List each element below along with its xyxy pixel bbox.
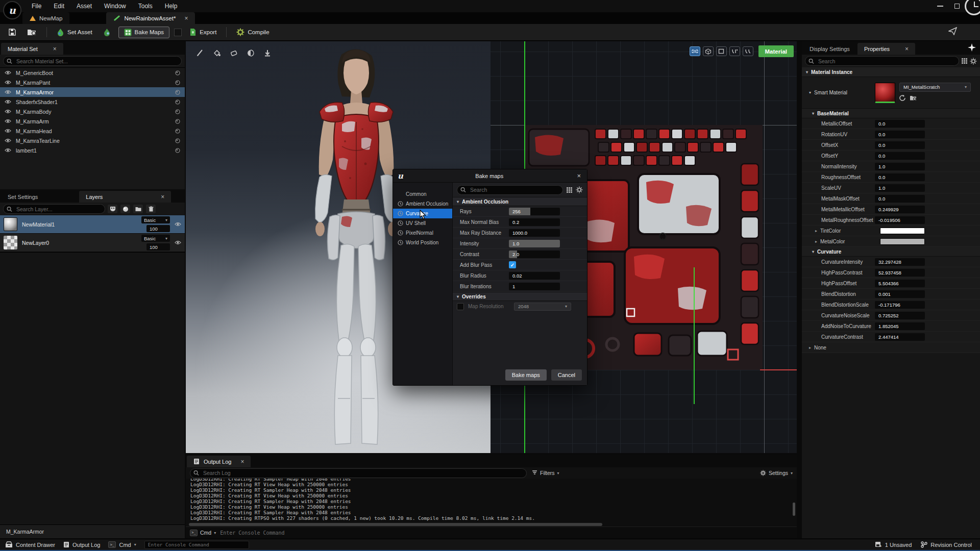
close-tab-icon[interactable]: ×: [900, 45, 909, 53]
property-value-field[interactable]: 1.852045: [875, 322, 925, 330]
property-group-none[interactable]: ▸None: [802, 342, 980, 353]
mask-icon[interactable]: [107, 204, 118, 214]
grid-view-icon[interactable]: [961, 58, 968, 64]
section-overrides[interactable]: ▾Overrides: [453, 292, 587, 301]
use-selected-icon[interactable]: [899, 94, 906, 103]
map-resolution-dropdown[interactable]: 2048▾: [514, 303, 571, 311]
bake-field-input[interactable]: 2.0: [509, 251, 560, 258]
brush-icon[interactable]: [194, 47, 206, 59]
properties-scroll-area[interactable]: ▾Material Instance ▾Smart Material MI_Me…: [802, 67, 980, 538]
property-value-field[interactable]: 5.504366: [875, 280, 925, 287]
tab-newmap[interactable]: NewMap: [22, 12, 69, 24]
log-settings-dropdown[interactable]: Settings▾: [760, 470, 793, 476]
property-value-field[interactable]: 0.0: [875, 131, 925, 138]
export-button[interactable]: Export: [186, 26, 219, 38]
layer-row[interactable]: NewLayer0Basic▾100: [0, 234, 185, 252]
close-tab-icon[interactable]: ×: [48, 45, 57, 53]
close-tab-icon[interactable]: ×: [235, 458, 244, 465]
layer-opacity-field[interactable]: 100: [146, 225, 170, 232]
eye-icon[interactable]: [5, 138, 11, 143]
grid-view-icon[interactable]: [566, 187, 573, 193]
material-item[interactable]: ShaderfxShader1: [0, 97, 185, 107]
tab-display-settings[interactable]: Display Settings: [803, 43, 856, 55]
log-horizontal-scrollbar[interactable]: [186, 522, 797, 527]
color-swatch[interactable]: [880, 238, 925, 245]
folder-icon[interactable]: [133, 204, 143, 214]
property-value-field[interactable]: 0.001: [875, 290, 925, 298]
bake-category-ambient-occlusion[interactable]: Ambient Occlusion: [393, 199, 452, 209]
section-curvature[interactable]: ▾Curvature: [802, 247, 980, 257]
tab-set-settings[interactable]: Set Settings: [1, 191, 44, 203]
smart-material-dropdown[interactable]: MI_MetalScratch▾: [899, 83, 971, 92]
eye-icon[interactable]: [5, 129, 11, 133]
tab-layers[interactable]: Layers ×: [79, 191, 171, 203]
layer-opacity-field[interactable]: 100: [146, 243, 170, 251]
eye-icon[interactable]: [5, 90, 11, 94]
unsaved-button[interactable]: * 1 Unsaved: [875, 541, 912, 548]
menu-tools[interactable]: Tools: [133, 1, 158, 11]
log-lines[interactable]: LogD3D12RHI: Creating RT Sampler Heap wi…: [186, 479, 797, 522]
bake-category-world-position[interactable]: World Position: [393, 238, 452, 247]
cancel-button[interactable]: Cancel: [551, 369, 582, 381]
bake-category-pixelnormal[interactable]: PixelNormal: [393, 228, 452, 238]
property-value-field[interactable]: -0.019506: [875, 216, 925, 224]
close-tab-icon[interactable]: ×: [179, 15, 188, 22]
uv-channel-1-icon[interactable]: [729, 46, 740, 56]
bake-maps-button[interactable]: Bake maps: [505, 369, 547, 381]
property-value-field[interactable]: 0.0: [875, 195, 925, 203]
save-button[interactable]: [5, 26, 19, 38]
bake-field-input[interactable]: 1.0: [509, 240, 560, 247]
menu-file[interactable]: File: [27, 1, 46, 11]
menu-asset[interactable]: Asset: [71, 1, 97, 11]
property-value-field[interactable]: 2.447414: [875, 333, 925, 341]
filters-dropdown[interactable]: Filters▾: [532, 470, 559, 476]
material-mode-button[interactable]: Material: [758, 45, 794, 57]
bake-field-input[interactable]: 0.2: [509, 218, 560, 226]
property-value-field[interactable]: 0.725252: [875, 312, 925, 319]
cmd-dropdown[interactable]: >_ Cmd▾: [108, 541, 136, 548]
bake-field-input[interactable]: 256: [509, 208, 560, 215]
uv-channel-2-icon[interactable]: [743, 46, 753, 56]
unreal-engine-logo[interactable]: u: [3, 1, 21, 19]
bake-search-input[interactable]: [457, 185, 563, 195]
material-instance-thumbnail[interactable]: [875, 83, 895, 103]
output-log-button[interactable]: Output Log: [63, 541, 100, 548]
dialog-titlebar[interactable]: u Bake maps ×: [393, 169, 587, 183]
blend-mode-dropdown[interactable]: Basic▾: [141, 216, 170, 223]
eye-icon[interactable]: [5, 119, 11, 123]
eraser-icon[interactable]: [228, 47, 239, 59]
revision-control-button[interactable]: Revision Control: [921, 541, 972, 548]
property-value-field[interactable]: 32.297428: [875, 258, 925, 266]
browse-to-asset-icon[interactable]: [910, 94, 917, 103]
tab-material-set[interactable]: Material Set ×: [1, 43, 63, 55]
material-set-search-input[interactable]: [3, 56, 182, 66]
maximize-button[interactable]: [954, 4, 960, 9]
material-item[interactable]: M_KarmaPant: [0, 78, 185, 87]
browse-content-button[interactable]: [24, 26, 40, 38]
fill-icon[interactable]: [211, 47, 223, 59]
eye-icon[interactable]: [175, 222, 181, 227]
eye-icon[interactable]: [5, 70, 11, 75]
bake-field-input[interactable]: 1000.0: [509, 229, 560, 237]
property-value-field[interactable]: 0.249929: [875, 206, 925, 213]
eye-icon[interactable]: [5, 80, 11, 85]
lighting-moon-icon[interactable]: [245, 47, 256, 59]
log-console-input[interactable]: [220, 530, 793, 536]
property-value-field[interactable]: 0.0: [875, 173, 925, 181]
download-icon[interactable]: [262, 47, 273, 59]
gear-icon[interactable]: [576, 186, 583, 193]
material-sphere-icon[interactable]: [120, 204, 131, 214]
map-resolution-checkbox[interactable]: [457, 303, 464, 310]
color-swatch[interactable]: [880, 228, 925, 234]
property-value-field[interactable]: 1.0: [875, 184, 925, 192]
trash-icon[interactable]: [145, 204, 156, 214]
compile-button[interactable]: Compile: [233, 26, 272, 38]
section-material-instance[interactable]: ▾Material Instance: [802, 67, 980, 77]
viewport-gizmo-crosshair[interactable]: [658, 232, 667, 241]
sparkle-icon[interactable]: [968, 43, 976, 54]
frame-square-icon[interactable]: [716, 46, 727, 56]
bake-field-input[interactable]: 0.02: [509, 272, 560, 280]
tab-output-log[interactable]: Output Log ×: [187, 456, 251, 467]
eye-icon[interactable]: [175, 240, 181, 245]
property-value-field[interactable]: 0.0: [875, 120, 925, 128]
